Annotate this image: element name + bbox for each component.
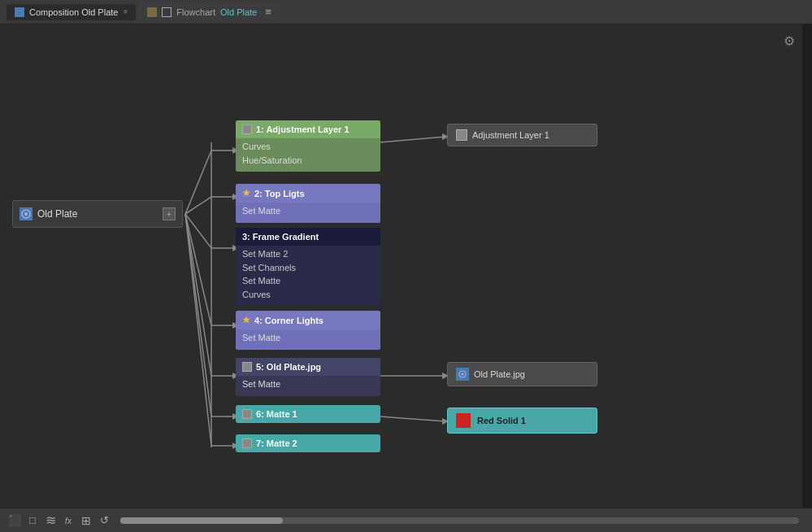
layer-2-effect-1: Set Matte (242, 204, 374, 218)
layer-3-body: Set Matte 2 Set Channels Set Matte Curve… (236, 246, 380, 306)
toolbar-icon-5[interactable]: ⊞ (80, 514, 93, 527)
flowchart-lock-icon (162, 7, 172, 17)
svg-line-2 (185, 214, 211, 248)
bottom-toolbar: ⬛ □ ≋ fx ⊞ ↺ (0, 508, 812, 532)
old-plate-right-label: Old Plate.jpg (474, 369, 525, 379)
svg-point-29 (24, 212, 28, 216)
layer-1-effect-2: Hue/Saturation (242, 154, 374, 168)
horizontal-scrollbar[interactable] (120, 517, 799, 524)
layer-5-title: 5: Old Plate.jpg (256, 362, 321, 372)
layer-3-effect-2: Set Channels (242, 261, 374, 275)
flowchart-tab-icon (147, 7, 157, 17)
scrollbar-thumb[interactable] (120, 517, 283, 524)
svg-line-5 (185, 214, 211, 416)
right-node-old-plate-jpg[interactable]: Old Plate.jpg (447, 362, 597, 386)
layer-2-star-icon: ★ (242, 188, 250, 198)
tab-flowchart-title: Old Plate (220, 7, 257, 17)
layer-3-frame-gradient[interactable]: 3: Frame Gradient Set Matte 2 Set Channe… (236, 228, 380, 306)
svg-line-6 (185, 214, 211, 446)
layer-3-title: 3: Frame Gradient (242, 232, 319, 242)
layer-2-title: 2: Top Ligts (254, 189, 305, 198)
canvas-area: Old Plate + 1: Adjustment Layer 1 Curves… (0, 24, 802, 508)
right-node-adjustment-layer[interactable]: Adjustment Layer 1 (447, 124, 597, 146)
layer-3-effect-4: Curves (242, 288, 374, 302)
vertical-scrollbar[interactable] (802, 24, 812, 508)
tab-close-button[interactable]: × (123, 7, 128, 16)
layer-6-icon (242, 409, 252, 419)
toolbar-icon-1[interactable]: ⬛ (8, 514, 21, 527)
composition-title: Old Plate (37, 208, 158, 220)
toolbar-icon-2[interactable]: □ (26, 514, 39, 527)
composition-icon (20, 207, 33, 220)
layer-6-title: 6: Matte 1 (256, 409, 297, 419)
layer-7-header: 7: Matte 2 (236, 434, 380, 452)
flowchart-menu-icon[interactable]: ≡ (265, 6, 271, 18)
svg-line-22 (380, 137, 445, 142)
composition-node[interactable]: Old Plate + (12, 200, 183, 228)
layer-3-header: 3: Frame Gradient (236, 228, 380, 246)
tab-bar: Composition Old Plate × Flowchart Old Pl… (0, 0, 812, 24)
layer-1-header: 1: Adjustment Layer 1 (236, 120, 380, 138)
layer-4-corner-lights[interactable]: ★ 4: Corner Lights Set Matte (236, 311, 380, 350)
layer-4-star-icon: ★ (242, 315, 250, 325)
plate-right-icon (456, 368, 469, 381)
layer-5-icon (242, 362, 252, 372)
red-swatch-icon (456, 413, 471, 428)
svg-line-1 (185, 197, 211, 214)
layer-6-header: 6: Matte 1 (236, 405, 380, 423)
layer-7-title: 7: Matte 2 (256, 438, 297, 448)
layer-1-icon (242, 124, 252, 134)
adj-right-label: Adjustment Layer 1 (472, 130, 549, 140)
layer-2-top-ligts[interactable]: ★ 2: Top Ligts Set Matte (236, 184, 380, 223)
layer-5-body: Set Matte (236, 376, 380, 396)
layer-2-body: Set Matte (236, 203, 380, 223)
composition-tab-icon (15, 7, 24, 17)
red-solid-right-label: Red Solid 1 (477, 416, 526, 425)
layer-1-effect-1: Curves (242, 140, 374, 154)
layer-3-effect-3: Set Matte (242, 274, 374, 288)
layer-1-adjustment[interactable]: 1: Adjustment Layer 1 Curves Hue/Saturat… (236, 120, 380, 172)
layer-4-body: Set Matte (236, 329, 380, 350)
svg-point-31 (462, 373, 464, 376)
layer-3-effect-1: Set Matte 2 (242, 247, 374, 261)
adj-right-icon (456, 129, 467, 141)
layer-6-matte1[interactable]: 6: Matte 1 (236, 405, 380, 423)
right-node-red-solid[interactable]: Red Solid 1 (447, 408, 597, 434)
tab-composition-label: Composition Old Plate (29, 7, 118, 17)
layer-2-header: ★ 2: Top Ligts (236, 184, 380, 203)
layer-4-header: ★ 4: Corner Lights (236, 311, 380, 329)
layer-1-title: 1: Adjustment Layer 1 (256, 124, 350, 134)
layer-1-body: Curves Hue/Saturation (236, 138, 380, 172)
layer-5-old-plate-jpg[interactable]: 5: Old Plate.jpg Set Matte (236, 358, 380, 396)
svg-line-4 (185, 214, 211, 376)
connections-svg (0, 24, 802, 508)
layer-7-icon (242, 438, 252, 448)
svg-line-3 (185, 214, 211, 325)
toolbar-icon-3[interactable]: ≋ (44, 514, 57, 527)
toolbar-icon-6[interactable]: ↺ (98, 514, 111, 527)
tab-composition[interactable]: Composition Old Plate × (7, 4, 136, 20)
expand-button[interactable]: + (163, 207, 176, 220)
layer-4-title: 4: Corner Lights (254, 316, 323, 325)
main-content: ⚙ (0, 24, 812, 508)
layer-7-matte2[interactable]: 7: Matte 2 (236, 434, 380, 452)
toolbar-fx-icon[interactable]: fx (62, 514, 75, 527)
svg-line-0 (185, 150, 211, 214)
svg-line-26 (380, 416, 445, 421)
layer-5-effect-1: Set Matte (242, 377, 374, 391)
layer-5-header: 5: Old Plate.jpg (236, 358, 380, 376)
tab-flowchart[interactable]: Flowchart Old Plate ≡ (139, 2, 280, 21)
tab-flowchart-prefix: Flowchart (176, 7, 215, 17)
layer-4-effect-1: Set Matte (242, 331, 374, 345)
